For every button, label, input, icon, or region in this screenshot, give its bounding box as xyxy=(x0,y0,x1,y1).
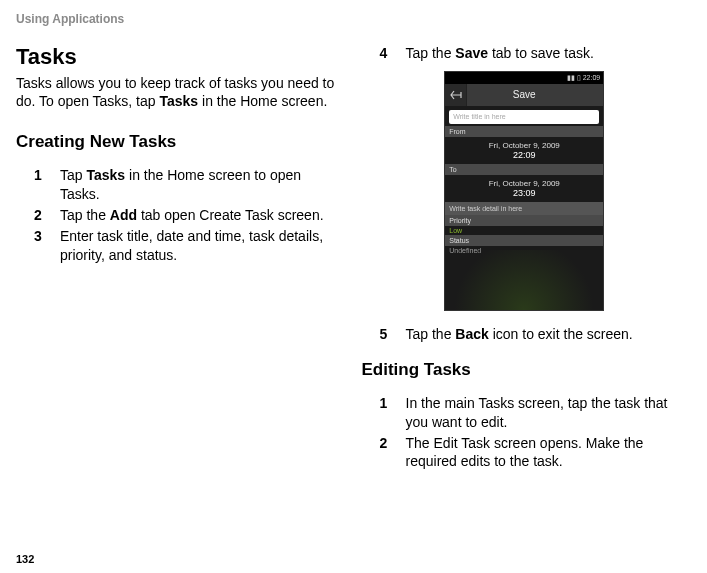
step-pre: Tap the xyxy=(406,45,456,61)
task-detail-input[interactable]: Write task detail in here xyxy=(445,202,603,215)
step-number: 2 xyxy=(380,434,406,472)
step-pre: Tap xyxy=(60,167,86,183)
phone-screenshot: ▮▮ ▯ 22:09 Save Write title in here From… xyxy=(362,71,688,311)
left-column: Tasks Tasks allows you to keep track of … xyxy=(16,44,342,473)
step-text: Tap Tasks in the Home screen to open Tas… xyxy=(60,166,342,204)
step-text: Tap the Add tab open Create Task screen. xyxy=(60,206,342,225)
battery-icon: ▯ xyxy=(577,74,581,82)
title-input[interactable]: Write title in here xyxy=(449,110,599,124)
step-pre: Tap the xyxy=(60,207,110,223)
phone-statusbar: ▮▮ ▯ 22:09 xyxy=(445,72,603,84)
page-number: 132 xyxy=(16,553,34,565)
step-post: tab open Create Task screen. xyxy=(137,207,324,223)
to-date[interactable]: Fri, October 9, 2009 xyxy=(445,175,603,188)
back-icon[interactable] xyxy=(445,84,467,106)
priority-label: Priority xyxy=(445,215,603,226)
step-pre: Tap the xyxy=(406,326,456,342)
step-post: tab to save task. xyxy=(488,45,594,61)
from-label: From xyxy=(445,126,603,137)
phone-topbar: Save xyxy=(445,84,603,106)
step-number: 2 xyxy=(34,206,60,225)
step-bold: Tasks xyxy=(86,167,125,183)
step-text: Tap the Save tab to save task. xyxy=(406,44,688,63)
intro-text-2: in the Home screen. xyxy=(198,93,327,109)
step-2: 2 Tap the Add tab open Create Task scree… xyxy=(34,206,342,225)
step-number: 4 xyxy=(380,44,406,63)
phone-ui: ▮▮ ▯ 22:09 Save Write title in here From… xyxy=(444,71,604,311)
step-3: 3 Enter task title, date and time, task … xyxy=(34,227,342,265)
step-bold: Add xyxy=(110,207,137,223)
subsection-creating-new-tasks: Creating New Tasks xyxy=(16,132,342,152)
steps-editing: 1 In the main Tasks screen, tap the task… xyxy=(362,394,688,472)
status-time: 22:09 xyxy=(583,74,601,81)
step-5: 5 Tap the Back icon to exit the screen. xyxy=(380,325,688,344)
status-value[interactable]: Undefined xyxy=(445,246,603,255)
running-header: Using Applications xyxy=(16,12,687,26)
priority-value[interactable]: Low xyxy=(445,226,603,235)
from-time[interactable]: 22:09 xyxy=(445,150,603,164)
subsection-editing-tasks: Editing Tasks xyxy=(362,360,688,380)
step-post: icon to exit the screen. xyxy=(489,326,633,342)
right-column: 4 Tap the Save tab to save task. ▮▮ ▯ 22… xyxy=(362,44,688,473)
step-text: Tap the Back icon to exit the screen. xyxy=(406,325,688,344)
save-tab[interactable]: Save xyxy=(467,89,603,100)
step-bold: Back xyxy=(455,326,488,342)
tasks-intro: Tasks allows you to keep track of tasks … xyxy=(16,74,342,110)
step-text: The Edit Task screen opens. Make the req… xyxy=(406,434,688,472)
step-text: In the main Tasks screen, tap the task t… xyxy=(406,394,688,432)
signal-icon: ▮▮ xyxy=(567,74,575,82)
section-title-tasks: Tasks xyxy=(16,44,342,70)
steps-after-screenshot: 5 Tap the Back icon to exit the screen. xyxy=(362,325,688,344)
to-label: To xyxy=(445,164,603,175)
step-number: 1 xyxy=(380,394,406,432)
step-number: 1 xyxy=(34,166,60,204)
edit-step-1: 1 In the main Tasks screen, tap the task… xyxy=(380,394,688,432)
steps-creating-continued: 4 Tap the Save tab to save task. xyxy=(362,44,688,63)
two-column-layout: Tasks Tasks allows you to keep track of … xyxy=(16,44,687,473)
intro-bold-tasks: Tasks xyxy=(159,93,198,109)
steps-creating: 1 Tap Tasks in the Home screen to open T… xyxy=(16,166,342,264)
step-number: 3 xyxy=(34,227,60,265)
step-text: Enter task title, date and time, task de… xyxy=(60,227,342,265)
phone-background xyxy=(445,250,603,310)
step-bold: Save xyxy=(455,45,488,61)
step-number: 5 xyxy=(380,325,406,344)
to-time[interactable]: 23:09 xyxy=(445,188,603,202)
from-date[interactable]: Fri, October 9, 2009 xyxy=(445,137,603,150)
status-label: Status xyxy=(445,235,603,246)
step-1: 1 Tap Tasks in the Home screen to open T… xyxy=(34,166,342,204)
step-4: 4 Tap the Save tab to save task. xyxy=(380,44,688,63)
edit-step-2: 2 The Edit Task screen opens. Make the r… xyxy=(380,434,688,472)
